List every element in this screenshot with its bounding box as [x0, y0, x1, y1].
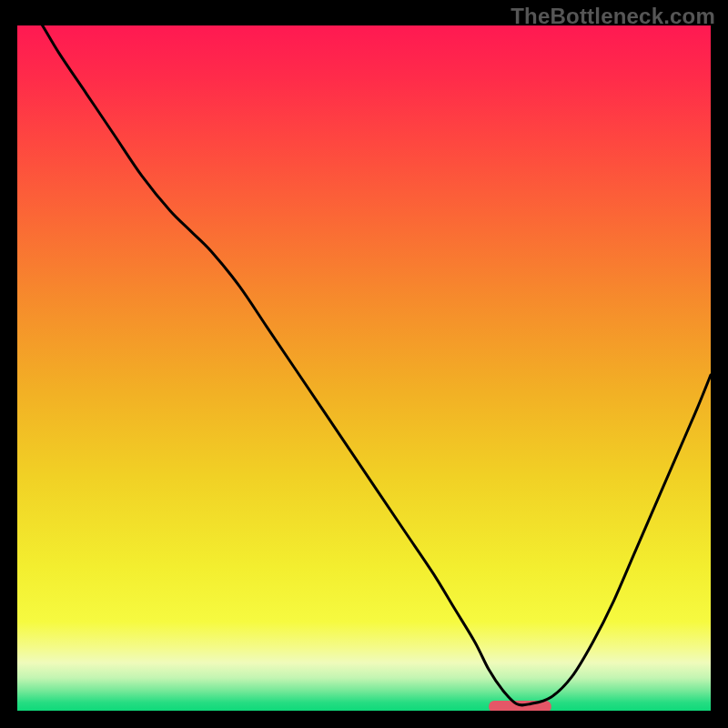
gradient-background	[17, 25, 711, 711]
chart-svg	[17, 25, 711, 711]
chart-frame: TheBottleneck.com	[0, 0, 728, 728]
plot-area	[17, 25, 711, 711]
